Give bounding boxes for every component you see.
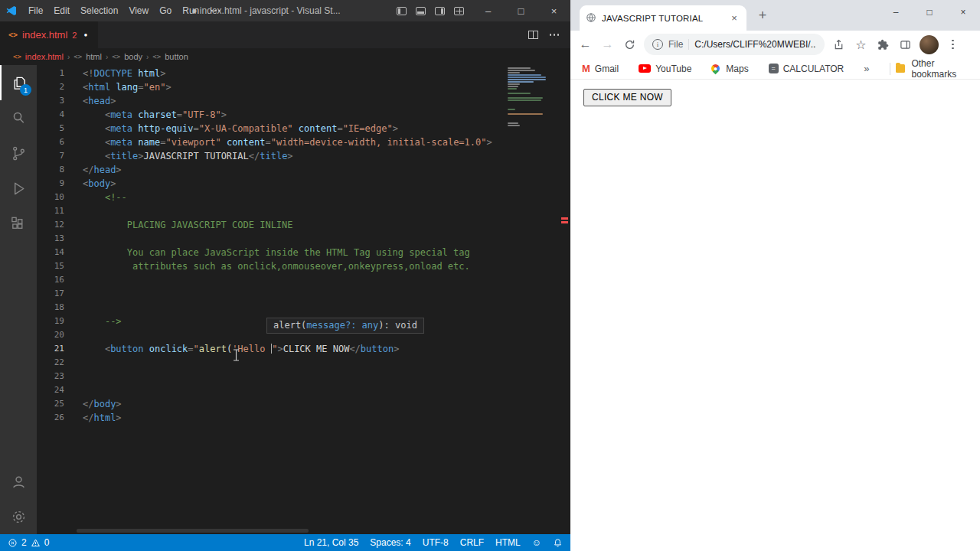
code-line[interactable]: 14 You can place JavaScript inside the H… <box>37 246 570 259</box>
bookmark-star-icon[interactable]: ☆ <box>851 34 871 55</box>
code-line[interactable]: 2<html lang="en"> <box>37 80 570 94</box>
menu-go[interactable]: Go <box>154 0 177 21</box>
menu-file[interactable]: File <box>23 0 48 21</box>
eol-setting[interactable]: CRLF <box>460 537 484 548</box>
breadcrumb-body[interactable]: body <box>124 52 142 61</box>
code-text[interactable]: </head> <box>77 163 122 177</box>
browser-maximize-button[interactable]: □ <box>913 0 946 24</box>
code-text[interactable] <box>77 301 83 315</box>
code-text[interactable] <box>77 232 83 246</box>
code-line[interactable]: 9<body> <box>37 177 570 191</box>
code-text[interactable] <box>77 273 83 287</box>
menu-selection[interactable]: Selection <box>75 0 123 21</box>
code-line[interactable]: 1<!DOCTYPE html> <box>37 67 570 80</box>
menu-run[interactable]: Run <box>177 0 204 21</box>
address-url[interactable]: C:/Users/CLIFF%20MWEBI/... <box>694 39 816 50</box>
code-text[interactable]: <meta name="viewport" content="width=dev… <box>77 135 492 149</box>
click-me-now-button[interactable]: CLICK ME NOW <box>583 89 671 106</box>
code-line[interactable]: 5 <meta http-equiv="X-UA-Compatible" con… <box>37 122 570 135</box>
toggle-sidebar-icon[interactable] <box>397 7 407 15</box>
code-line[interactable]: 4 <meta charset="UTF-8"> <box>37 108 570 122</box>
menu-edit[interactable]: Edit <box>48 0 75 21</box>
breadcrumb-button[interactable]: button <box>165 52 188 61</box>
settings-gear-icon[interactable] <box>0 499 37 534</box>
code-line[interactable]: 13 <box>37 232 570 246</box>
code-text[interactable] <box>77 328 83 342</box>
explorer-icon[interactable]: 1 <box>0 65 37 100</box>
code-text[interactable]: <!DOCTYPE html> <box>77 67 165 80</box>
code-line[interactable]: 24 <box>37 383 570 397</box>
vscode-minimize-button[interactable]: – <box>472 0 505 21</box>
tab-index-html[interactable]: <> index.html 2 ● <box>0 21 98 48</box>
modified-dot-icon[interactable]: ● <box>83 31 87 38</box>
vscode-close-button[interactable]: × <box>537 0 570 21</box>
code-line[interactable]: 23 <box>37 370 570 383</box>
code-text[interactable]: <html lang="en"> <box>77 80 172 94</box>
notifications-bell-icon[interactable] <box>553 538 563 548</box>
vscode-maximize-button[interactable]: □ <box>505 0 537 21</box>
problems-status[interactable]: 2 0 <box>8 537 49 548</box>
code-line[interactable]: 25</body> <box>37 397 570 411</box>
toggle-secondary-sidebar-icon[interactable] <box>435 7 445 15</box>
code-text[interactable]: <meta http-equiv="X-UA-Compatible" conte… <box>77 122 398 135</box>
code-line[interactable]: 11 <box>37 204 570 218</box>
language-mode[interactable]: HTML <box>495 537 521 548</box>
horizontal-scrollbar[interactable] <box>77 529 309 533</box>
bookmark-maps[interactable]: Maps <box>711 64 748 74</box>
code-editor[interactable]: 1<!DOCTYPE html>2<html lang="en">3<head>… <box>37 65 570 534</box>
reload-icon[interactable] <box>619 34 640 55</box>
code-line[interactable]: 8</head> <box>37 163 570 177</box>
code-line[interactable]: 10 <!-- <box>37 191 570 204</box>
back-icon[interactable]: ← <box>575 34 596 55</box>
browser-minimize-button[interactable]: – <box>879 0 913 24</box>
code-line[interactable]: 12 PLACING JAVASCRIPT CODE INLINE <box>37 218 570 232</box>
code-line[interactable]: 26</html> <box>37 411 570 425</box>
code-line[interactable]: 16 <box>37 273 570 287</box>
address-bar[interactable]: i File C:/Users/CLIFF%20MWEBI/... <box>644 34 825 55</box>
more-actions-icon[interactable] <box>550 34 560 36</box>
code-line[interactable]: 22 <box>37 356 570 370</box>
profile-avatar[interactable] <box>920 35 939 54</box>
share-icon[interactable] <box>828 34 849 55</box>
menu-overflow-icon[interactable] <box>204 10 227 12</box>
code-line[interactable]: 17 <box>37 287 570 301</box>
browser-tab[interactable]: JAVASCRIPT TUTORIAL × <box>580 5 746 31</box>
code-text[interactable]: PLACING JAVASCRIPT CODE INLINE <box>77 218 293 232</box>
tab-close-icon[interactable]: × <box>728 12 740 24</box>
code-text[interactable]: </html> <box>77 411 122 425</box>
code-text[interactable]: <title>JAVASCRIPT TUTORIAL</title> <box>77 149 293 163</box>
extensions-puzzle-icon[interactable] <box>873 34 893 55</box>
indentation-setting[interactable]: Spaces: 4 <box>370 537 410 548</box>
code-text[interactable]: attributes such as onclick,onmouseover,o… <box>77 259 470 273</box>
code-line[interactable]: 6 <meta name="viewport" content="width=d… <box>37 135 570 149</box>
split-editor-icon[interactable] <box>528 31 538 39</box>
code-line[interactable]: 3<head> <box>37 94 570 108</box>
code-text[interactable]: --> <box>77 315 122 328</box>
code-text[interactable]: <body> <box>77 177 116 191</box>
cursor-position[interactable]: Ln 21, Col 35 <box>304 537 358 548</box>
source-control-icon[interactable] <box>0 135 37 171</box>
extensions-icon[interactable] <box>0 206 37 241</box>
code-line[interactable]: 21 <button onclick="alert('Hello ">CLICK… <box>37 342 570 356</box>
code-line[interactable]: 7 <title>JAVASCRIPT TUTORIAL</title> <box>37 149 570 163</box>
feedback-icon[interactable]: ☺ <box>532 537 541 548</box>
page-info-icon[interactable]: i <box>652 39 663 50</box>
run-debug-icon[interactable] <box>0 171 37 206</box>
code-text[interactable] <box>77 287 83 301</box>
code-text[interactable] <box>77 356 83 370</box>
bookmarks-overflow-chevron[interactable]: » <box>864 63 869 74</box>
bookmark-youtube[interactable]: YouTube <box>639 64 691 74</box>
encoding-setting[interactable]: UTF-8 <box>423 537 449 548</box>
browser-menu-kebab-icon[interactable] <box>942 34 963 55</box>
side-panel-icon[interactable] <box>895 34 916 55</box>
toggle-panel-icon[interactable] <box>416 7 426 15</box>
code-text[interactable]: <!-- <box>77 191 127 204</box>
breadcrumb-index-html[interactable]: index.html <box>25 52 64 61</box>
customize-layout-icon[interactable] <box>454 7 464 15</box>
search-icon[interactable] <box>0 100 37 135</box>
code-text[interactable] <box>77 204 83 218</box>
forward-icon[interactable]: → <box>597 34 618 55</box>
account-icon[interactable] <box>0 464 37 499</box>
code-text[interactable]: <meta charset="UTF-8"> <box>77 108 227 122</box>
code-line[interactable]: 18 <box>37 301 570 315</box>
